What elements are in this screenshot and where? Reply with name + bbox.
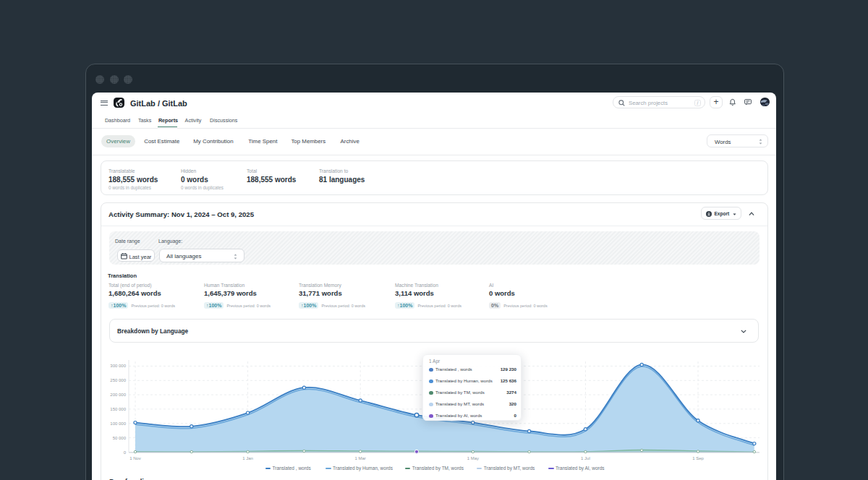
svg-text:250 000: 250 000	[110, 378, 126, 382]
svg-text:200 000: 200 000	[110, 393, 126, 397]
svg-text:1 May: 1 May	[467, 456, 479, 460]
svg-text:1 Mar: 1 Mar	[355, 456, 366, 460]
svg-text:300 000: 300 000	[110, 364, 126, 368]
svg-text:1 Jan: 1 Jan	[242, 456, 253, 460]
svg-text:1 Jul: 1 Jul	[581, 456, 590, 460]
svg-text:100 000: 100 000	[110, 421, 126, 426]
svg-text:50 000: 50 000	[113, 436, 127, 440]
svg-text:0: 0	[124, 450, 127, 455]
svg-text:1 Nov: 1 Nov	[129, 456, 141, 460]
svg-text:150 000: 150 000	[110, 407, 126, 411]
svg-text:1 Sep: 1 Sep	[692, 456, 704, 460]
